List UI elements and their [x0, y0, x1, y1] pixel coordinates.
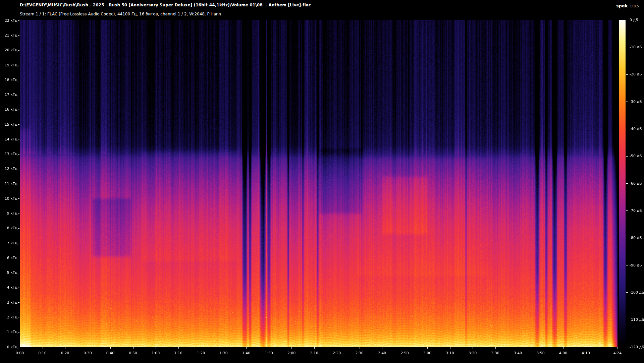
db-axis-label: -40 дБ	[630, 127, 642, 131]
db-axis-label: -50 дБ	[630, 154, 642, 158]
db-axis-label: -100 дБ	[630, 290, 644, 295]
db-axis-label: -30 дБ	[630, 100, 642, 104]
db-axis-tick	[626, 265, 628, 265]
db-axis-label: -70 дБ	[630, 208, 642, 213]
db-axis-tick	[626, 210, 628, 211]
db-axis-label: -80 дБ	[630, 236, 642, 240]
db-axis: 0 дБ-10 дБ-20 дБ-30 дБ-40 дБ-50 дБ-60 дБ…	[0, 0, 644, 363]
spek-window: D:\EVGENIY\MUSIC\Rush\Rush - 2025 - Rush…	[0, 0, 644, 363]
db-axis-tick	[626, 129, 628, 129]
db-axis-tick	[626, 102, 628, 102]
db-axis-tick	[626, 156, 628, 157]
db-axis-tick	[626, 47, 628, 47]
db-axis-label: -90 дБ	[630, 263, 642, 267]
db-axis-label: -110 дБ	[630, 317, 644, 322]
db-axis-tick	[626, 74, 628, 75]
db-axis-label: -20 дБ	[630, 72, 642, 76]
db-axis-tick	[626, 347, 628, 347]
db-axis-label: 0 дБ	[630, 18, 638, 22]
db-axis-tick	[626, 20, 628, 20]
db-axis-label: -60 дБ	[630, 181, 642, 186]
db-axis-label: -120 дБ	[630, 345, 644, 349]
db-axis-tick	[626, 183, 628, 184]
db-axis-tick	[626, 320, 628, 320]
db-axis-tick	[626, 238, 628, 238]
db-axis-label: -10 дБ	[630, 45, 642, 49]
db-axis-tick	[626, 292, 628, 293]
